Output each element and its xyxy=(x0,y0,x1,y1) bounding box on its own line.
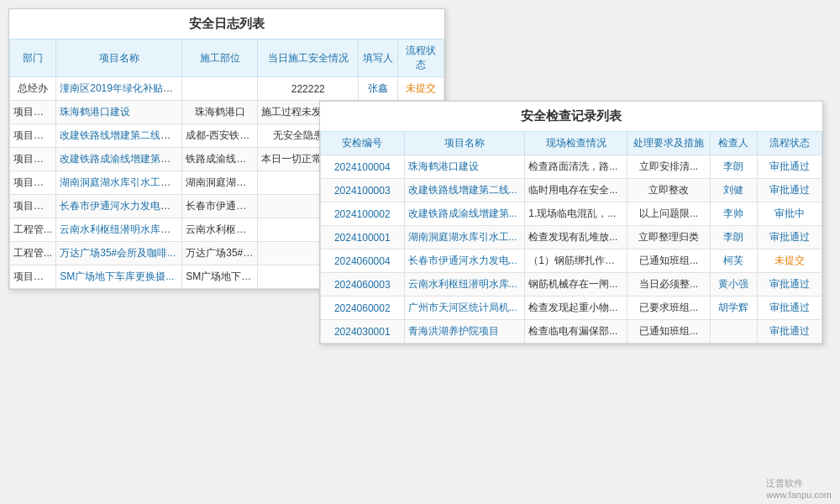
cell-check-project[interactable]: 广州市天河区统计局机... xyxy=(404,297,525,320)
table-row: 2024100002改建铁路成渝线增建第...1.现场临电混乱，...以上问题限… xyxy=(321,202,822,226)
cell-check-id[interactable]: 2024100001 xyxy=(321,226,405,249)
cell-check-project[interactable]: 青海洪湖养护院项目 xyxy=(404,320,525,344)
col-header-situation: 当日施工安全情况 xyxy=(258,39,359,77)
table-row: 2024100004珠海鹤港口建设检查路面清洗，路...立即安排清...李朗审批… xyxy=(321,155,822,179)
cell-check-measures: 已要求班组... xyxy=(627,297,711,320)
cell-status: 未提交 xyxy=(397,77,444,101)
cell-site: 珠海鹤港口 xyxy=(182,101,258,124)
cell-project[interactable]: 珠海鹤港口建设 xyxy=(56,101,182,124)
cell-check-inspector: 柯芙 xyxy=(711,249,757,273)
col-header-check: 现场检查情况 xyxy=(525,132,627,155)
cell-site: 长春市伊通河水... xyxy=(182,195,258,218)
cell-dept: 项目一部 xyxy=(10,171,56,195)
cell-check-situation: 1.现场临电混乱，... xyxy=(525,202,627,226)
table-row: 2024060002广州市天河区统计局机...检查发现起重小物...已要求班组.… xyxy=(321,297,822,320)
table-row: 2024100003改建铁路线增建第二线...临时用电存在安全...立即整改刘健… xyxy=(321,179,822,202)
cell-check-status: 审批通过 xyxy=(757,273,822,297)
cell-site: 云南水利枢纽潜... xyxy=(182,218,258,242)
cell-check-project[interactable]: 湖南洞庭湖水库引水工... xyxy=(404,226,525,249)
cell-check-measures: 已通知班组... xyxy=(627,320,711,344)
cell-check-situation: （1）钢筋绑扎作业... xyxy=(525,249,627,273)
cell-check-situation: 检查发现有乱堆放... xyxy=(525,226,627,249)
safety-log-title: 安全日志列表 xyxy=(9,9,444,39)
cell-dept: 工程管... xyxy=(10,218,56,242)
cell-dept: 项目二部 xyxy=(10,148,56,171)
cell-project[interactable]: 潼南区2019年绿化补贴项... xyxy=(56,77,182,101)
main-container: 安全日志列表 部门 项目名称 施工部位 当日施工安全情况 填写人 流程状态 总经… xyxy=(0,0,840,504)
safety-check-table: 安检编号 项目名称 现场检查情况 处理要求及措施 检查人 流程状态 202410… xyxy=(320,131,822,344)
cell-site: 成都-西安铁路... xyxy=(182,124,258,148)
watermark: 泛普软件 www.fanpu.com xyxy=(766,477,832,500)
col-header-dept: 部门 xyxy=(10,39,56,77)
cell-check-situation: 检查路面清洗，路... xyxy=(525,155,627,179)
cell-writer[interactable]: 张鑫 xyxy=(359,77,397,101)
cell-dept: 工程管... xyxy=(10,242,56,265)
table-row: 2024030001青海洪湖养护院项目检查临电有漏保部...已通知班组...审批… xyxy=(321,320,822,344)
table-row: 2024060004长春市伊通河水力发电...（1）钢筋绑扎作业...已通知班组… xyxy=(321,249,822,273)
cell-check-project[interactable]: 云南水利枢纽潜明水库... xyxy=(404,273,525,297)
col-header-id: 安检编号 xyxy=(321,132,405,155)
cell-check-inspector xyxy=(711,320,757,344)
cell-check-situation: 临时用电存在安全... xyxy=(525,179,627,202)
table-row: 2024100001湖南洞庭湖水库引水工...检查发现有乱堆放...立即整理归类… xyxy=(321,226,822,249)
cell-project[interactable]: 湖南洞庭湖水库引水工程... xyxy=(56,171,182,195)
safety-check-title: 安全检查记录列表 xyxy=(320,102,822,131)
cell-project[interactable]: 长春市伊通河水力发电厂... xyxy=(56,195,182,218)
cell-situation: 222222 xyxy=(258,77,359,101)
cell-site xyxy=(182,77,258,101)
cell-check-inspector: 刘健 xyxy=(711,179,757,202)
cell-site: 万达广场35#会... xyxy=(182,242,258,265)
cell-check-inspector: 李帅 xyxy=(711,202,757,226)
cell-check-id[interactable]: 2024100002 xyxy=(321,202,405,226)
cell-project[interactable]: 云南水利枢纽潜明水库一... xyxy=(56,218,182,242)
cell-check-project[interactable]: 珠海鹤港口建设 xyxy=(404,155,525,179)
safety-check-panel: 安全检查记录列表 安检编号 项目名称 现场检查情况 处理要求及措施 检查人 流程… xyxy=(319,101,823,344)
cell-project[interactable]: SM广场地下车库更换摄... xyxy=(56,265,182,289)
cell-check-project[interactable]: 改建铁路线增建第二线... xyxy=(404,179,525,202)
cell-check-status: 审批通过 xyxy=(757,179,822,202)
cell-project[interactable]: 改建铁路成渝线增建第二... xyxy=(56,148,182,171)
cell-check-measures: 当日必须整... xyxy=(627,273,711,297)
cell-check-id[interactable]: 2024100003 xyxy=(321,179,405,202)
cell-check-project[interactable]: 改建铁路成渝线增建第... xyxy=(404,202,525,226)
cell-project[interactable]: 改建铁路线增建第二线直... xyxy=(56,124,182,148)
col-header-writer: 填写人 xyxy=(359,39,397,77)
cell-site: SM广场地下车库 xyxy=(182,265,258,289)
table-row: 2024060003云南水利枢纽潜明水库...钢筋机械存在一闸...当日必须整.… xyxy=(321,273,822,297)
cell-check-status: 审批通过 xyxy=(757,155,822,179)
cell-check-measures: 立即安排清... xyxy=(627,155,711,179)
cell-check-id[interactable]: 2024100004 xyxy=(321,155,405,179)
cell-site: 铁路成渝线（成... xyxy=(182,148,258,171)
cell-check-id[interactable]: 2024060004 xyxy=(321,249,405,273)
cell-check-measures: 以上问题限... xyxy=(627,202,711,226)
cell-check-inspector: 李朗 xyxy=(711,155,757,179)
cell-check-status: 未提交 xyxy=(757,249,822,273)
cell-site: 湖南洞庭湖水库 xyxy=(182,171,258,195)
cell-check-project[interactable]: 长春市伊通河水力发电... xyxy=(404,249,525,273)
cell-check-id[interactable]: 2024030001 xyxy=(321,320,405,344)
watermark-line1: 泛普软件 xyxy=(766,477,832,490)
table-row: 总经办潼南区2019年绿化补贴项...222222张鑫未提交 xyxy=(10,77,444,101)
cell-check-status: 审批通过 xyxy=(757,226,822,249)
safety-log-header-row: 部门 项目名称 施工部位 当日施工安全情况 填写人 流程状态 xyxy=(10,39,444,77)
cell-check-measures: 立即整改 xyxy=(627,179,711,202)
cell-check-status: 审批中 xyxy=(757,202,822,226)
cell-check-id[interactable]: 2024060002 xyxy=(321,297,405,320)
cell-dept: 项目三部 xyxy=(10,101,56,124)
col-header-project-r: 项目名称 xyxy=(404,132,525,155)
cell-check-measures: 已通知班组... xyxy=(627,249,711,273)
cell-check-status: 审批通过 xyxy=(757,320,822,344)
cell-check-id[interactable]: 2024060003 xyxy=(321,273,405,297)
cell-project[interactable]: 万达广场35#会所及咖啡... xyxy=(56,242,182,265)
col-header-measures: 处理要求及措施 xyxy=(627,132,711,155)
cell-check-situation: 钢筋机械存在一闸... xyxy=(525,273,627,297)
cell-dept: 总经办 xyxy=(10,77,56,101)
cell-check-inspector: 黄小强 xyxy=(711,273,757,297)
cell-check-inspector: 李朗 xyxy=(711,226,757,249)
col-header-site: 施工部位 xyxy=(182,39,258,77)
cell-dept: 项目三部 xyxy=(10,195,56,218)
safety-check-header-row: 安检编号 项目名称 现场检查情况 处理要求及措施 检查人 流程状态 xyxy=(321,132,822,155)
cell-dept: 项目二部 xyxy=(10,265,56,289)
cell-check-situation: 检查发现起重小物... xyxy=(525,297,627,320)
col-header-status-r: 流程状态 xyxy=(757,132,822,155)
